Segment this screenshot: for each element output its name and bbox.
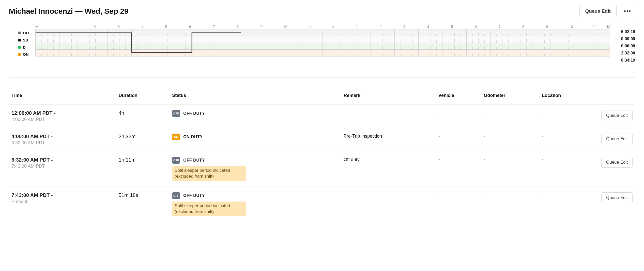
th-remark: Remark — [341, 93, 436, 105]
cell-location: - — [539, 105, 592, 128]
table-row: 6:32:00 AM PDT -7:43:00 AM PDT1h 11mOFFO… — [9, 151, 635, 187]
time-end: 6:32:00 AM PDT — [11, 140, 114, 146]
cell-remark — [341, 105, 436, 128]
status-badge: OFF — [172, 110, 180, 117]
row-label-text: SB — [23, 38, 28, 42]
cell-odometer: - — [481, 105, 540, 128]
hour-label: 11 — [297, 24, 321, 30]
table-row: 12:00:00 AM PDT -4:00:00 AM PDT4hOFFOFF … — [9, 105, 635, 128]
cell-location: - — [539, 128, 592, 151]
time-start: 7:43:00 AM PDT - — [11, 192, 114, 198]
more-options-button[interactable]: ••• — [620, 5, 635, 17]
log-table: TimeDurationStatusRemarkVehicleOdometerL… — [9, 93, 635, 222]
hour-label: M — [35, 24, 59, 30]
hour-label: 10 — [273, 24, 297, 30]
hour-label: M — [607, 24, 610, 30]
status-badge: OFF — [172, 192, 180, 199]
cell-remark — [341, 187, 436, 222]
row-queue-edit-button[interactable]: Queue Edit — [601, 157, 633, 168]
status-badge: OFF — [172, 157, 180, 164]
lane-on — [36, 50, 610, 56]
duration-d: 0:00:00 — [610, 44, 635, 50]
table-row: 4:00:00 AM PDT -6:32:00 AM PDT2h 32mONON… — [9, 128, 635, 151]
hour-label: 9 — [535, 24, 559, 30]
status-badge: ON — [172, 134, 180, 140]
cell-vehicle: - — [436, 105, 481, 128]
cell-odometer: - — [481, 187, 540, 222]
hour-label: 8 — [226, 24, 250, 30]
row-queue-edit-button[interactable]: Queue Edit — [601, 110, 633, 121]
hour-label: 11 — [583, 24, 607, 30]
hour-label: 7 — [488, 24, 512, 30]
cell-vehicle: - — [436, 151, 481, 187]
hour-label: 10 — [559, 24, 583, 30]
swatch-sb — [18, 39, 21, 41]
hour-label: 2 — [369, 24, 392, 30]
hour-label: 2 — [83, 24, 107, 30]
hour-label: 3 — [392, 24, 416, 30]
hour-label: 4 — [416, 24, 440, 30]
time-end: 7:43:00 AM PDT — [11, 164, 114, 169]
row-label-text: OFF — [23, 31, 30, 35]
row-label-text: D — [23, 45, 26, 49]
graph-row-label-on: ON — [18, 51, 35, 58]
swatch-d — [18, 46, 21, 49]
cell-vehicle: - — [436, 128, 481, 151]
hour-label: 1 — [345, 24, 369, 30]
hour-label: 3 — [107, 24, 131, 30]
cell-location: - — [539, 187, 592, 222]
time-start: 6:32:00 AM PDT - — [11, 157, 114, 163]
hour-label: N — [321, 24, 345, 30]
hour-label: 7 — [202, 24, 226, 30]
duration-sb: 0:00:00 — [610, 37, 635, 43]
row-queue-edit-button[interactable]: Queue Edit — [601, 134, 633, 144]
time-end: 4:00:00 AM PDT — [11, 117, 114, 122]
cell-status: OFFOFF DUTY — [170, 105, 341, 128]
status-note: Split sleeper period indicated (excluded… — [172, 166, 246, 181]
cell-duration: 4h — [116, 105, 170, 128]
header-actions: Queue Edit ••• — [579, 5, 635, 17]
cell-remark: Pre-Trip Inspection — [341, 128, 436, 151]
cell-status: OFFOFF DUTYSplit sleeper period indicate… — [170, 187, 341, 222]
cell-duration: 1h 11m — [116, 151, 170, 187]
hour-label: 5 — [154, 24, 178, 30]
cell-status: ONON DUTY — [170, 128, 341, 151]
th-actions — [592, 93, 635, 105]
graph-row-label-off: OFF — [18, 30, 35, 36]
cell-status: OFFOFF DUTYSplit sleeper period indicate… — [170, 151, 341, 187]
hour-label: 1 — [59, 24, 83, 30]
lane-sb — [36, 36, 610, 43]
status-text: ON DUTY — [183, 135, 203, 139]
hour-label: 6 — [464, 24, 488, 30]
swatch-off — [18, 32, 21, 34]
cell-odometer: - — [481, 151, 540, 187]
page-title: Michael Innocenzi — Wed, Sep 29 — [9, 7, 128, 16]
hour-label: 4 — [131, 24, 155, 30]
cell-remark: Off duty — [341, 151, 436, 187]
hour-label: 6 — [178, 24, 202, 30]
th-time: Time — [9, 93, 116, 105]
th-vehicle: Vehicle — [436, 93, 481, 105]
status-text: OFF DUTY — [183, 193, 205, 198]
duration-total: 8:34:19 — [610, 58, 635, 65]
hour-label: 8 — [511, 24, 535, 30]
row-queue-edit-button[interactable]: Queue Edit — [601, 192, 633, 203]
swatch-on — [18, 53, 21, 56]
cell-duration: 2h 32m — [116, 128, 170, 151]
duration-on: 2:32:00 — [610, 51, 635, 58]
row-label-text: ON — [23, 52, 29, 56]
lane-d — [36, 43, 610, 50]
status-text: OFF DUTY — [183, 111, 205, 116]
time-start: 4:00:00 AM PDT - — [11, 134, 114, 139]
th-duration: Duration — [116, 93, 170, 105]
th-status: Status — [170, 93, 341, 105]
hos-graph: OFFSBDON M1234567891011N1234567891011M 6… — [9, 24, 635, 65]
graph-row-label-d: D — [18, 44, 35, 50]
graph-row-label-sb: SB — [18, 37, 35, 43]
lane-off — [36, 30, 610, 36]
table-row: 7:43:00 AM PDT -Present51m 18sOFFOFF DUT… — [9, 187, 635, 222]
hour-label: 5 — [440, 24, 464, 30]
cell-odometer: - — [481, 128, 540, 151]
queue-edit-button[interactable]: Queue Edit — [579, 5, 617, 17]
th-odometer: Odometer — [481, 93, 540, 105]
